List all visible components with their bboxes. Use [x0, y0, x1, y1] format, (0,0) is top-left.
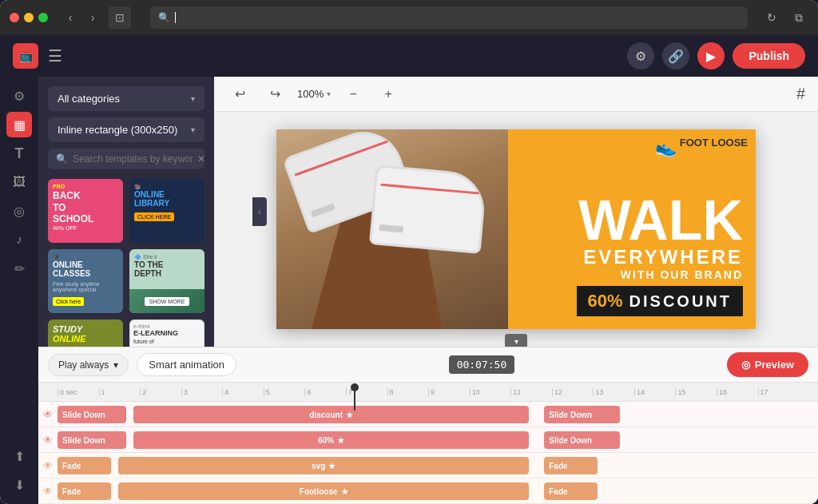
category-dropdown[interactable]: All categories ▾: [48, 86, 204, 111]
track-bar-fade-4a[interactable]: Fade: [58, 482, 111, 500]
canvas-toolbar: ↩ ↪ 100% ▾ − + #: [214, 77, 818, 112]
settings-icon-btn[interactable]: ⚙: [627, 42, 654, 69]
back-button[interactable]: ‹: [61, 8, 80, 27]
track-footloose: 👁 Fade Footloose ★ Fade: [38, 478, 818, 504]
track-eye-2[interactable]: 👁: [38, 435, 58, 446]
sidebar-item-animation[interactable]: ◎: [6, 198, 32, 224]
ruler-mark-3: 3: [181, 388, 223, 396]
sidebar-item-media[interactable]: 🖼: [6, 169, 32, 195]
search-icon: 🔍: [158, 12, 170, 23]
template-to-the-depth[interactable]: 🔷 She.li TO THEDEPTH SHOW MORE: [129, 249, 204, 313]
size-dropdown[interactable]: Inline rectangle (300x250) ▾: [48, 117, 204, 142]
zoom-in-button[interactable]: +: [375, 81, 401, 107]
sidebar-item-layers[interactable]: ▦: [6, 112, 32, 137]
forward-button[interactable]: ›: [83, 8, 102, 27]
search-input[interactable]: [73, 153, 193, 165]
track-label-svg: svg: [312, 462, 325, 470]
publish-button[interactable]: Publish: [733, 43, 805, 69]
ruler-mark-1: 1: [99, 388, 141, 396]
refresh-button[interactable]: ↻: [767, 11, 776, 24]
sidebar-item-download[interactable]: ⬇: [6, 472, 32, 498]
brand-logo: 👟 FOOT LOOSE: [655, 137, 748, 158]
ad-image-section: [276, 129, 508, 329]
undo-button[interactable]: ↩: [227, 81, 252, 107]
track-bar-slide-down-1b[interactable]: Slide Down: [544, 406, 620, 423]
discount-text: DISCOUNT: [629, 292, 732, 311]
main-row: All categories ▾ Inline rectangle (300x2…: [38, 77, 818, 347]
playhead-handle[interactable]: [351, 383, 359, 391]
zoom-out-button[interactable]: −: [340, 81, 366, 107]
sidebar-item-draw[interactable]: ✏: [6, 256, 32, 281]
track-bar-slide-down-1a[interactable]: Slide Down: [58, 406, 126, 423]
track-bar-fade-3b[interactable]: Fade: [544, 457, 598, 474]
star-icon-4: ★: [341, 487, 348, 496]
ruler-mark-8: 8: [387, 388, 429, 396]
play-dropdown-arrow-icon: ▾: [113, 359, 118, 371]
sidebar-item-music[interactable]: ♪: [6, 227, 32, 252]
track-label-footloose: Footloose: [300, 487, 338, 496]
track-bar-discount[interactable]: discount ★: [133, 406, 529, 423]
search-box: 🔍 ✕: [48, 149, 204, 169]
maximize-button[interactable]: [38, 13, 48, 22]
playhead[interactable]: [354, 385, 355, 411]
play-mode-dropdown[interactable]: Play always ▾: [48, 354, 129, 376]
template-study-online[interactable]: STUDYONLINE Learn to Improve...: [48, 319, 123, 347]
template-online-library[interactable]: 📚 ONLINELIBRARY CLICK HERE: [129, 179, 204, 243]
preview-button[interactable]: ◎ Preview: [727, 352, 808, 377]
template-online-classes[interactable]: 🎓 ONLINECLASSES Fine study anytimeanywhe…: [48, 249, 123, 313]
track-eye-3[interactable]: 👁: [38, 460, 58, 471]
redo-button[interactable]: ↪: [262, 81, 288, 107]
clear-search-icon[interactable]: ✕: [197, 153, 205, 165]
with-brand-text: WITH OUR BRAND: [621, 268, 743, 281]
category-label: All categories: [58, 93, 120, 105]
track-content-2: Slide Down 60% ★ Slide Down: [58, 427, 818, 452]
search-icon: 🔍: [56, 153, 68, 165]
track-eye-4[interactable]: 👁: [38, 486, 58, 497]
sidebar-item-settings[interactable]: ⚙: [6, 83, 32, 109]
link-icon-btn[interactable]: 🔗: [662, 42, 689, 69]
zoom-display: 100% ▾: [297, 88, 331, 100]
ruler-marks: 0 sec 1 2 3 4 5 6 7 8 9 10 11 12 13: [58, 388, 799, 396]
template-e-learning[interactable]: e-think E-LEARNINGfuture ofeducation FRE…: [129, 319, 204, 347]
hamburger-menu[interactable]: ☰: [48, 46, 62, 65]
template-back-to-school[interactable]: PRO BACKTOSCHOOL 40% OFF: [48, 179, 123, 243]
brand-name: FOOT LOOSE: [680, 137, 748, 148]
window-controls: ⧉: [789, 8, 808, 27]
track-bar-60pct[interactable]: 60% ★: [133, 431, 529, 449]
sidebar-item-text[interactable]: T: [6, 141, 32, 166]
grid-toggle-button[interactable]: #: [796, 85, 805, 103]
ad-text-group: WALK EVERYWHERE WITH OUR BRAND 60% DISCO…: [500, 196, 743, 316]
time-display: 00:07:50: [449, 355, 515, 374]
track-bar-footloose[interactable]: Footloose ★: [118, 482, 529, 500]
minimize-button[interactable]: [24, 13, 34, 22]
ad-canvas[interactable]: 👟 FOOT LOOSE WALK EVERYWHERE: [276, 129, 756, 329]
track-bar-slide-down-2a[interactable]: Slide Down: [58, 431, 126, 449]
ruler-mark-5: 5: [264, 388, 305, 396]
track-bar-fade-4b[interactable]: Fade: [544, 482, 598, 500]
main-layout: ⚙ ▦ T 🖼 ◎ ♪ ✏ ⬆ ⬇ All categories ▾: [0, 77, 818, 504]
nav-buttons: ‹ ›: [61, 8, 102, 27]
zoom-value: 100%: [297, 88, 324, 100]
star-icon-2: ★: [337, 436, 344, 445]
templates-grid: PRO BACKTOSCHOOL 40% OFF 📚 ONLINELIBRARY…: [38, 179, 214, 347]
sidebar-toggle[interactable]: ⊡: [109, 6, 131, 29]
track-bar-svg[interactable]: svg ★: [118, 457, 529, 474]
track-eye-1[interactable]: 👁: [38, 409, 58, 420]
close-button[interactable]: [10, 13, 19, 22]
scroll-down-button[interactable]: ▾: [505, 334, 527, 347]
smart-animation-button[interactable]: Smart animation: [137, 353, 236, 376]
track-bar-fade-3a[interactable]: Fade: [58, 457, 111, 474]
track-label-60pct: 60%: [318, 436, 334, 445]
pip-button[interactable]: ⧉: [789, 8, 808, 27]
ruler-mark-2: 2: [140, 388, 181, 396]
star-icon-3: ★: [328, 462, 336, 470]
chevron-down-icon: ▾: [191, 94, 195, 103]
title-bar: ‹ › ⊡ 🔍 ↻ ⧉: [0, 0, 818, 35]
cursor: [175, 12, 176, 23]
collapse-panel-button[interactable]: ‹: [252, 197, 267, 226]
zoom-dropdown-icon[interactable]: ▾: [327, 89, 331, 98]
sidebar-item-share[interactable]: ⬆: [6, 443, 32, 469]
ruler-mark-6: 6: [304, 388, 346, 396]
share-icon-btn[interactable]: ▶: [697, 42, 725, 69]
track-bar-slide-down-2b[interactable]: Slide Down: [544, 431, 620, 449]
